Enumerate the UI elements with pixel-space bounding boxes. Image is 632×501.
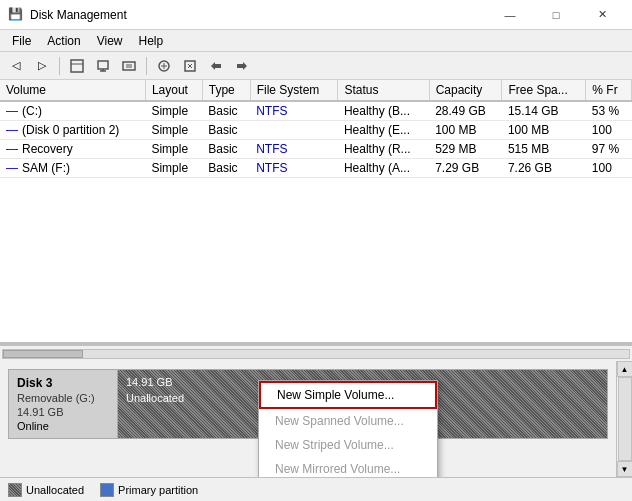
cell-type: Basic [202, 121, 250, 140]
title-bar: 💾 Disk Management — □ ✕ [0, 0, 632, 30]
cell-layout: Simple [145, 101, 202, 121]
unallocated-partition[interactable]: 14.91 GB Unallocated New Simple Volume..… [118, 370, 607, 438]
cell-capacity: 7.29 GB [429, 159, 502, 178]
cell-pct: 100 [586, 121, 632, 140]
disk-panel-scroll: Disk 3 Removable (G:) 14.91 GB Online 14… [0, 361, 632, 477]
cell-status: Healthy (E... [338, 121, 429, 140]
disk-sub: Removable (G:) [17, 392, 109, 404]
disk-name: Disk 3 [17, 376, 109, 390]
cell-type: Basic [202, 159, 250, 178]
legend-unalloc-label: Unallocated [26, 484, 84, 496]
scroll-up-arrow[interactable]: ▲ [617, 361, 633, 377]
cell-volume: —(Disk 0 partition 2) [0, 121, 145, 140]
maximize-button[interactable]: □ [534, 0, 578, 30]
cell-free: 7.26 GB [502, 159, 586, 178]
col-status: Status [338, 80, 429, 101]
volume-table: Volume Layout Type File System Status Ca… [0, 80, 632, 178]
menu-file[interactable]: File [4, 32, 39, 50]
h-scroll-thumb[interactable] [3, 350, 83, 358]
vertical-scrollbar[interactable]: ▲ ▼ [616, 361, 632, 477]
context-menu-item[interactable]: New Simple Volume... [259, 381, 437, 409]
col-volume: Volume [0, 80, 145, 101]
toolbar-btn-3[interactable] [117, 55, 141, 77]
context-menu-item[interactable]: New Mirrored Volume... [259, 457, 437, 477]
horizontal-scrollbar[interactable] [0, 345, 632, 361]
cell-type: Basic [202, 140, 250, 159]
cell-free: 515 MB [502, 140, 586, 159]
legend-unalloc: Unallocated [8, 483, 84, 497]
cell-layout: Simple [145, 140, 202, 159]
table-row[interactable]: —SAM (F:) Simple Basic NTFS Healthy (A..… [0, 159, 632, 178]
app-icon: 💾 [8, 7, 24, 23]
disk-status: Online [17, 420, 109, 432]
toolbar-btn-4[interactable] [152, 55, 176, 77]
v-scroll-track[interactable] [618, 377, 632, 461]
menu-help[interactable]: Help [131, 32, 172, 50]
close-button[interactable]: ✕ [580, 0, 624, 30]
cell-status: Healthy (A... [338, 159, 429, 178]
toolbar-btn-1[interactable] [65, 55, 89, 77]
cell-free: 100 MB [502, 121, 586, 140]
title-controls: — □ ✕ [488, 0, 624, 30]
toolbar-separator-1 [59, 57, 60, 75]
disk-label: Disk 3 Removable (G:) 14.91 GB Online [8, 369, 118, 439]
cell-volume: —SAM (F:) [0, 159, 145, 178]
menu-view[interactable]: View [89, 32, 131, 50]
disk-panel: Disk 3 Removable (G:) 14.91 GB Online 14… [0, 361, 632, 501]
scroll-down-arrow[interactable]: ▼ [617, 461, 633, 477]
cell-fs [250, 121, 338, 140]
toolbar-btn-5[interactable] [178, 55, 202, 77]
menu-bar: File Action View Help [0, 30, 632, 52]
main-area: Volume Layout Type File System Status Ca… [0, 80, 632, 501]
col-pct: % Fr [586, 80, 632, 101]
h-scroll-track[interactable] [2, 349, 630, 359]
cell-pct: 97 % [586, 140, 632, 159]
legend-primary-label: Primary partition [118, 484, 198, 496]
volume-list[interactable]: Volume Layout Type File System Status Ca… [0, 80, 632, 345]
toolbar-btn-6[interactable] [204, 55, 228, 77]
cell-fs: NTFS [250, 101, 338, 121]
cell-volume: —(C:) [0, 101, 145, 121]
cell-capacity: 529 MB [429, 140, 502, 159]
cell-volume: —Recovery [0, 140, 145, 159]
disk-content: Disk 3 Removable (G:) 14.91 GB Online 14… [0, 361, 616, 477]
forward-button[interactable]: ▷ [30, 55, 54, 77]
cell-layout: Simple [145, 121, 202, 140]
cell-status: Healthy (B... [338, 101, 429, 121]
col-type: Type [202, 80, 250, 101]
table-row[interactable]: —Recovery Simple Basic NTFS Healthy (R..… [0, 140, 632, 159]
context-menu-item[interactable]: New Striped Volume... [259, 433, 437, 457]
toolbar-btn-2[interactable] [91, 55, 115, 77]
menu-action[interactable]: Action [39, 32, 88, 50]
table-row[interactable]: —(C:) Simple Basic NTFS Healthy (B... 28… [0, 101, 632, 121]
cell-free: 15.14 GB [502, 101, 586, 121]
unalloc-label: Unallocated [126, 392, 184, 404]
cell-layout: Simple [145, 159, 202, 178]
back-button[interactable]: ◁ [4, 55, 28, 77]
cell-pct: 100 [586, 159, 632, 178]
col-fs: File System [250, 80, 338, 101]
disk-partitions: 14.91 GB Unallocated New Simple Volume..… [118, 369, 608, 439]
unalloc-size: 14.91 GB [126, 376, 172, 388]
table-row[interactable]: —(Disk 0 partition 2) Simple Basic Healt… [0, 121, 632, 140]
legend-primary-box [100, 483, 114, 497]
toolbar-btn-7[interactable] [230, 55, 254, 77]
col-capacity: Capacity [429, 80, 502, 101]
table-header-row: Volume Layout Type File System Status Ca… [0, 80, 632, 101]
legend-bar: Unallocated Primary partition [0, 477, 632, 501]
col-layout: Layout [145, 80, 202, 101]
context-menu: New Simple Volume...New Spanned Volume..… [258, 380, 438, 477]
cell-pct: 53 % [586, 101, 632, 121]
cell-capacity: 28.49 GB [429, 101, 502, 121]
cell-fs: NTFS [250, 140, 338, 159]
legend-unalloc-box [8, 483, 22, 497]
disk-row: Disk 3 Removable (G:) 14.91 GB Online 14… [8, 369, 608, 439]
toolbar-separator-2 [146, 57, 147, 75]
toolbar: ◁ ▷ [0, 52, 632, 80]
cell-type: Basic [202, 101, 250, 121]
minimize-button[interactable]: — [488, 0, 532, 30]
context-menu-item[interactable]: New Spanned Volume... [259, 409, 437, 433]
window-title: Disk Management [30, 8, 127, 22]
cell-capacity: 100 MB [429, 121, 502, 140]
svg-rect-2 [123, 62, 135, 70]
